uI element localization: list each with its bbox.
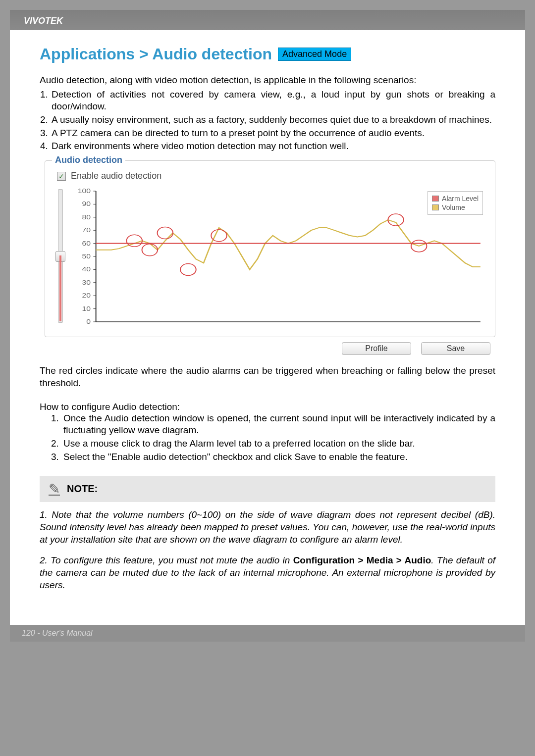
svg-text:60: 60 <box>82 240 91 247</box>
save-button[interactable]: Save <box>421 342 490 355</box>
note-2a: 2. To configure this feature, you must n… <box>40 555 293 565</box>
svg-point-24 <box>126 235 142 247</box>
svg-text:40: 40 <box>82 266 91 273</box>
alarm-level-slider[interactable] <box>53 188 68 327</box>
list-item: Use a mouse click to drag the Alarm leve… <box>61 438 495 450</box>
svg-point-28 <box>211 230 227 242</box>
svg-text:100: 100 <box>78 188 91 195</box>
brand-header: VIVOTEK <box>10 10 525 30</box>
svg-text:90: 90 <box>82 201 91 207</box>
legend-swatch-volume <box>432 204 439 210</box>
pencil-icon: ✎ <box>49 481 60 497</box>
chart-wrap: 0102030405060708090100 Alarm Level Volum… <box>53 188 487 327</box>
steps-list: Once the Audio detection window is opene… <box>40 412 495 463</box>
panel-title: Audio detection <box>52 155 125 165</box>
slider-fill <box>59 255 61 321</box>
checkbox-icon[interactable]: ✓ <box>57 172 66 181</box>
chart-svg: 0102030405060708090100 <box>70 188 487 327</box>
checkbox-label: Enable audio detection <box>71 171 161 181</box>
list-item: A usually noisy environment, such as a f… <box>51 114 495 126</box>
note-title: NOTE: <box>67 483 98 495</box>
profile-button[interactable]: Profile <box>342 342 411 355</box>
page: VIVOTEK Applications > Audio detection A… <box>10 10 525 642</box>
svg-text:70: 70 <box>82 227 91 234</box>
heading-row: Applications > Audio detection Advanced … <box>40 45 495 63</box>
note-2b: Configuration > Media > Audio <box>293 555 431 565</box>
list-item: Dark environments where video motion det… <box>51 140 495 152</box>
list-item: Select the "Enable audio detection" chec… <box>61 451 495 463</box>
svg-text:0: 0 <box>86 318 91 325</box>
svg-point-25 <box>142 244 158 256</box>
legend: Alarm Level Volume <box>428 191 483 215</box>
explain-text: The red circles indicate where the audio… <box>40 365 495 389</box>
chart-area: 0102030405060708090100 Alarm Level Volum… <box>70 188 487 327</box>
notes-body: 1. Note that the volume numbers (0~100) … <box>40 509 495 591</box>
legend-volume-label: Volume <box>442 203 465 211</box>
slider-track[interactable] <box>58 189 63 323</box>
svg-point-27 <box>180 264 196 276</box>
mode-badge: Advanced Mode <box>278 48 351 61</box>
scenario-list: Detection of activities not covered by c… <box>40 89 495 152</box>
list-item: A PTZ camera can be directed to turn to … <box>51 127 495 140</box>
legend-volume: Volume <box>432 203 479 211</box>
note-header: ✎ NOTE: <box>40 476 495 502</box>
svg-text:30: 30 <box>82 279 91 286</box>
intro-text: Audio detection, along with video motion… <box>40 74 495 87</box>
legend-alarm: Alarm Level <box>432 195 479 202</box>
page-footer: 120 - User's Manual <box>10 625 525 642</box>
how-to-title: How to configure Audio detection: <box>40 402 495 412</box>
svg-point-29 <box>388 214 404 226</box>
svg-text:50: 50 <box>82 253 91 260</box>
svg-point-26 <box>158 227 173 239</box>
svg-text:80: 80 <box>82 214 91 221</box>
content: Applications > Audio detection Advanced … <box>10 30 525 610</box>
list-item: Detection of activities not covered by c… <box>51 89 495 113</box>
legend-swatch-alarm <box>432 196 439 202</box>
legend-alarm-label: Alarm Level <box>442 195 479 202</box>
note-1: 1. Note that the volume numbers (0~100) … <box>40 509 495 546</box>
audio-detection-panel: Audio detection ✓ Enable audio detection… <box>45 160 495 337</box>
svg-text:10: 10 <box>82 305 91 312</box>
svg-text:20: 20 <box>82 292 91 299</box>
note-2: 2. To configure this feature, you must n… <box>40 554 495 591</box>
button-row: Profile Save <box>40 342 490 355</box>
list-item: Once the Audio detection window is opene… <box>61 412 495 437</box>
page-title: Applications > Audio detection <box>40 45 272 63</box>
enable-checkbox-row[interactable]: ✓ Enable audio detection <box>57 171 487 181</box>
